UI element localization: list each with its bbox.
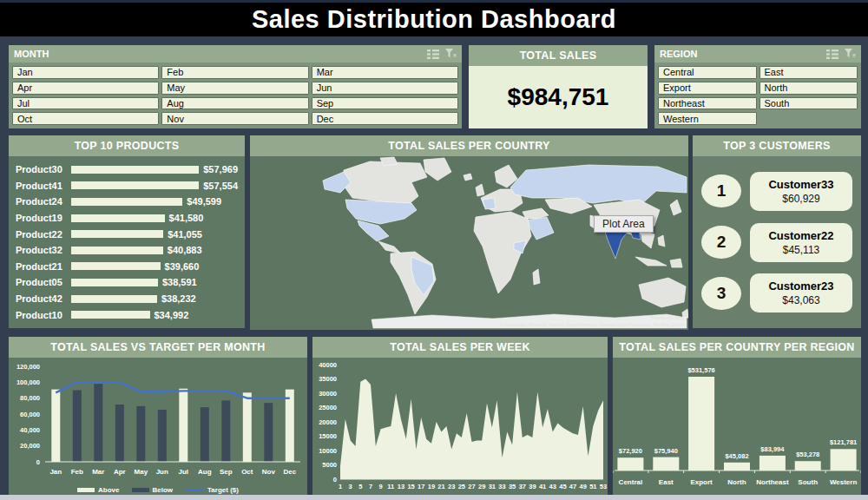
clear-filter-icon[interactable] bbox=[845, 49, 856, 59]
svg-text:43: 43 bbox=[549, 483, 556, 490]
svg-text:40,000: 40,000 bbox=[20, 426, 40, 434]
product-bar[interactable] bbox=[71, 181, 199, 189]
product-value: $40,883 bbox=[168, 245, 202, 255]
svg-text:25: 25 bbox=[458, 483, 465, 490]
multiselect-icon[interactable] bbox=[826, 49, 838, 59]
month-slicer-title: MONTH bbox=[14, 49, 49, 59]
week-area bbox=[340, 379, 603, 480]
month-button-jun[interactable]: Jun bbox=[312, 82, 458, 95]
svg-text:45: 45 bbox=[559, 483, 566, 490]
month-slicer: MONTH JanFebMarAprMayJunJulAugSepOctNovD… bbox=[9, 45, 462, 128]
svg-text:35: 35 bbox=[509, 483, 516, 490]
country-usa[interactable] bbox=[345, 200, 417, 224]
product-bar[interactable] bbox=[71, 295, 157, 303]
region-button-east[interactable]: East bbox=[760, 66, 858, 79]
month-button-mar[interactable]: Mar bbox=[312, 66, 458, 79]
svg-text:33: 33 bbox=[498, 483, 505, 490]
country-central-america[interactable] bbox=[378, 241, 401, 253]
product-bar[interactable] bbox=[71, 166, 199, 174]
country-iceland[interactable] bbox=[464, 174, 472, 181]
region-bar-northeast bbox=[760, 456, 786, 470]
region-button-export[interactable]: Export bbox=[658, 82, 757, 95]
month-button-oct[interactable]: Oct bbox=[12, 112, 159, 125]
svg-text:$75,940: $75,940 bbox=[654, 447, 678, 455]
country-japan[interactable] bbox=[670, 200, 681, 215]
svg-text:51: 51 bbox=[589, 483, 596, 490]
week-plot[interactable]: 0500010000150002000025000300003500040000… bbox=[312, 358, 608, 497]
region-button-south[interactable]: South bbox=[760, 97, 858, 110]
svg-text:13: 13 bbox=[398, 483, 404, 490]
region-button-northeast[interactable]: Northeast bbox=[658, 97, 757, 110]
product-bar[interactable] bbox=[71, 279, 158, 286]
month-button-may[interactable]: May bbox=[161, 82, 308, 95]
country-new-guinea[interactable] bbox=[670, 259, 682, 267]
multiselect-icon[interactable] bbox=[427, 49, 439, 59]
customer-value: $60,929 bbox=[753, 193, 849, 205]
region-button-western[interactable]: Western bbox=[658, 112, 757, 125]
month-button-dec[interactable]: Dec bbox=[312, 112, 458, 125]
month-button-nov[interactable]: Nov bbox=[161, 112, 308, 125]
svg-text:5: 5 bbox=[358, 483, 362, 490]
svg-text:$83,994: $83,994 bbox=[760, 445, 785, 453]
month-bar-jul bbox=[179, 389, 187, 462]
country-philippines[interactable] bbox=[658, 235, 665, 247]
legend-above: Above bbox=[77, 486, 119, 494]
product-bar[interactable] bbox=[71, 230, 163, 238]
customer-name: Customer23 bbox=[753, 280, 849, 293]
product-bar[interactable] bbox=[71, 247, 163, 254]
customer-card[interactable]: Customer22 $45,113 bbox=[750, 223, 852, 262]
product-row: Product05 $38,591 bbox=[16, 277, 238, 287]
country-france[interactable] bbox=[483, 198, 496, 209]
top-products-rows[interactable]: Product30 $57,969 Product41 $57,554 Prod… bbox=[9, 156, 245, 328]
vs-target-plot[interactable]: 020,00040,00060,00080,000100,000120,000J… bbox=[9, 358, 307, 483]
product-label: Product42 bbox=[16, 293, 71, 304]
map-plot-area[interactable]: Plot Area Powered by Bing © GeoNames, Mi… bbox=[250, 156, 688, 330]
region-button-north[interactable]: North bbox=[760, 82, 858, 95]
product-value: $49,599 bbox=[187, 196, 221, 207]
country-russia[interactable] bbox=[510, 165, 687, 205]
svg-text:47: 47 bbox=[569, 483, 576, 490]
customer-card[interactable]: Customer33 $60,929 bbox=[750, 172, 852, 211]
month-bar-nov bbox=[264, 403, 273, 462]
product-bar[interactable] bbox=[71, 198, 182, 206]
country-mexico[interactable] bbox=[358, 220, 389, 241]
product-bar[interactable] bbox=[71, 262, 161, 270]
svg-text:120,000: 120,000 bbox=[16, 363, 40, 371]
country-madagascar[interactable] bbox=[533, 269, 540, 285]
country-indonesia[interactable] bbox=[635, 257, 667, 266]
svg-text:100,000: 100,000 bbox=[16, 378, 40, 386]
month-button-apr[interactable]: Apr bbox=[12, 82, 159, 95]
customer-rank-badge: 1 bbox=[701, 174, 741, 207]
product-label: Product21 bbox=[16, 261, 71, 272]
country-arctic-islands[interactable] bbox=[380, 157, 398, 166]
month-button-sep[interactable]: Sep bbox=[312, 97, 458, 110]
country-australia[interactable] bbox=[639, 278, 686, 307]
svg-text:Feb: Feb bbox=[71, 468, 83, 476]
month-buttons: JanFebMarAprMayJunJulAugSepOctNovDec bbox=[12, 66, 458, 125]
plot-area-tooltip[interactable]: Plot Area bbox=[594, 215, 654, 233]
product-bar[interactable] bbox=[71, 214, 165, 222]
month-button-jan[interactable]: Jan bbox=[12, 66, 159, 79]
month-button-aug[interactable]: Aug bbox=[161, 97, 308, 110]
product-bar[interactable] bbox=[71, 311, 150, 319]
country-canada[interactable] bbox=[344, 161, 427, 205]
world-map[interactable] bbox=[250, 156, 688, 330]
product-row: Product10 $34,992 bbox=[16, 310, 238, 320]
customer-card[interactable]: Customer23 $43,063 bbox=[750, 273, 852, 312]
region-chart-title: TOTAL SALES PER COUNTRY PER REGION bbox=[613, 337, 861, 358]
month-bar-mar bbox=[94, 384, 102, 462]
region-chart-panel: TOTAL SALES PER COUNTRY PER REGION $72,9… bbox=[613, 337, 861, 493]
region-slicer-header: REGION bbox=[654, 45, 861, 62]
clear-filter-icon[interactable] bbox=[445, 49, 457, 59]
month-button-feb[interactable]: Feb bbox=[161, 66, 308, 79]
month-button-jul[interactable]: Jul bbox=[12, 97, 159, 110]
region-button-central[interactable]: Central bbox=[658, 66, 757, 79]
svg-text:$531,576: $531,576 bbox=[687, 366, 714, 374]
product-label: Product24 bbox=[16, 196, 71, 207]
country-uk[interactable] bbox=[476, 184, 484, 196]
country-greenland[interactable] bbox=[424, 158, 451, 181]
map-attribution: Powered by Bing © GeoNames, Microsoft, N… bbox=[500, 315, 684, 328]
region-chart-plot[interactable]: $72,920Central$75,940East$531,576Export$… bbox=[613, 358, 861, 497]
legend-below: Below bbox=[132, 486, 174, 494]
svg-text:11: 11 bbox=[387, 483, 394, 490]
